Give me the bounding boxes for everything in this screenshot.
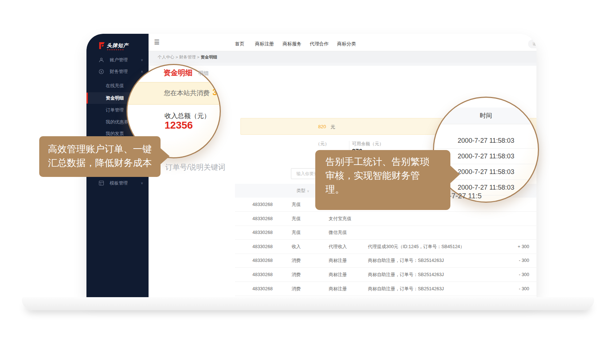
magnified-time-cell: 2000-7-27 11:58:03 [436,133,536,149]
cell-amount: + 300 [486,240,529,254]
active-indicator [86,93,88,104]
cell-order-no: 48330268 [252,240,273,254]
callout-right-line3: 理。 [325,182,429,196]
finance-icon [99,69,104,74]
nav-home[interactable]: 首页 [235,41,244,47]
breadcrumb-personal-center[interactable]: 个人中心 [158,55,174,59]
cell-order-no: 48330268 [252,254,273,268]
banner-unit: 元 [331,124,335,130]
cell-type: 消费 [292,268,301,282]
callout-left-line1: 高效管理账户订单、一键 [48,142,152,156]
banner-amount-fragment: 820 [318,124,326,129]
cell-order-no: 48330268 [252,212,273,226]
cell-type: 消费 [292,282,301,296]
magnified-tab-fragment: 明细 [198,70,208,77]
breadcrumb: 个人中心 > 财务管理 > 资金明细 [149,51,536,63]
chevron-down-icon: ∨ [141,54,143,66]
nav-trademark-service[interactable]: 商标服务 [283,41,301,47]
hamburger-menu-icon[interactable]: ☰ [154,39,159,46]
cell-project: 商标注册 [329,282,347,296]
nav-agent-cooperation[interactable]: 代理合作 [310,41,329,47]
breadcrumb-finance[interactable]: 财务管理 [179,55,196,59]
nav-trademark-register[interactable]: 商标注册 [255,41,274,47]
cell-type: 充值 [292,198,301,212]
callout-right: 告别手工统计、告别繁琐 审核，实现智能财务管 理。 [315,150,450,210]
magnified-order-header: 订单号/说明关键词 [165,162,226,172]
table-row[interactable]: 48330268 充值 支付宝充值 [235,212,536,226]
table-row[interactable]: 48330268 消费 商标注册 商标自助注册，订单号：SB2514263J -… [235,282,536,296]
magnified-time-cell: 2000-7-27 11:58:03 [436,149,536,164]
sidebar-item-finance[interactable]: 财务管理 ∧ [86,66,149,77]
breadcrumb-separator: > [197,55,199,59]
cell-type: 充值 [292,226,301,240]
sidebar-item-account[interactable]: 账户管理 ∨ [86,54,149,66]
sidebar-item-template[interactable]: 模板管理 ∨ [86,177,149,189]
cell-desc: 商标自助注册，订单号：SB2514263J [368,282,444,296]
table-row[interactable]: 48330268 收入 代理收入 代理提成300元（ID:1245，订单号：SB… [235,240,536,254]
chevron-down-icon: ∨ [141,177,143,189]
cell-amount: - 300 [486,254,529,268]
page-background: ☰ 首页 商标注册 商标服务 代理合作 商标分类 个人中心 > 财务管理 > 资… [0,0,616,364]
callout-right-pointer [450,165,460,183]
table-row[interactable]: 48330268 消费 商标注册 商标自助注册，订单号：SB2514263J -… [235,254,536,268]
logo-icon [99,42,105,49]
logo-text: 头牌知产 [107,43,129,49]
callout-left-line2: 汇总数据，降低财务成本 [48,156,152,170]
available-balance-label: 可用余额（元） [352,141,384,147]
callout-left: 高效管理账户订单、一键 汇总数据，降低财务成本 [39,136,161,177]
user-icon [99,57,104,62]
breadcrumb-separator: > [175,55,178,59]
cell-type: 消费 [292,254,301,268]
callout-right-line2: 审核，实现智能财务管 [325,169,429,182]
cell-order-no: 48330268 [252,198,273,212]
topbar: ☰ 首页 商标注册 商标服务 代理合作 商标分类 [149,34,536,51]
laptop-base [22,297,594,310]
nav-trademark-category[interactable]: 商标分类 [337,41,356,47]
cell-project: 支付宝充值 [329,212,352,226]
cell-amount: - 300 [486,282,529,296]
search-input[interactable] [528,40,536,48]
cell-project: 代理收入 [329,240,347,254]
logo-subtext [107,49,124,50]
stat-label-fragment: （元） [316,141,329,147]
callout-left-pointer [161,148,170,164]
sort-caret-icon[interactable]: ∨ [307,189,309,193]
table-row[interactable]: 48330268 消费 商标注册 商标自助注册，订单号：SB2514263J -… [235,268,536,282]
callout-right-line1: 告别手工统计、告别繁琐 [325,155,429,169]
cell-order-no: 48330268 [252,282,273,296]
magnified-banner-text: 您在本站共消费32124 [164,88,221,97]
table-row[interactable]: 48330268 充值 微信充值 [235,226,536,240]
breadcrumb-current: 资金明细 [200,55,217,59]
cell-desc: 商标自助注册，订单号：SB2514263J [368,268,444,282]
template-icon [99,181,104,186]
cell-amount: - 300 [486,268,529,282]
magnified-tab-fund-detail: 资金明细 [163,68,192,78]
magnified-income-value: 12356 [165,120,193,131]
cell-type: 收入 [292,240,301,254]
cell-desc: 商标自助注册，订单号：SB2514263J [368,254,444,268]
magnified-income-label: 收入总额（元） [165,112,210,120]
cell-type: 充值 [292,212,301,226]
cell-order-no: 48330268 [252,226,273,240]
header-type[interactable]: 类型∨ [296,184,309,198]
cell-project: 商标注册 [329,254,347,268]
cell-project: 商标注册 [329,268,347,282]
cell-desc: 代理提成300元（ID:1245，订单号：SB45124） [368,240,465,254]
cell-order-no: 48330268 [252,268,273,282]
cell-project: 微信充值 [329,226,347,240]
